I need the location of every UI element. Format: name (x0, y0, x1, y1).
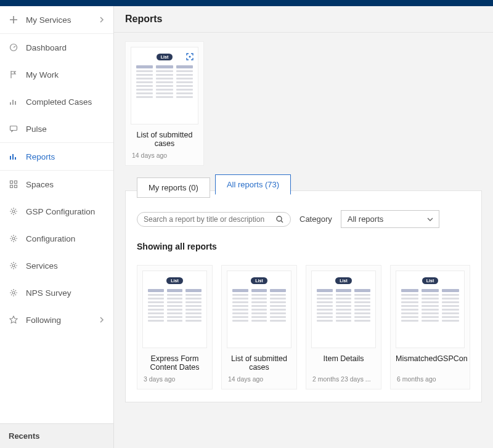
sidebar-item-configuration[interactable]: Configuration (0, 225, 113, 252)
gauge-icon (9, 43, 18, 52)
svg-rect-2 (10, 181, 13, 184)
category-selected-value: All reports (348, 214, 384, 224)
sidebar-item-label: Services (26, 261, 105, 271)
report-type-badge: List (335, 277, 351, 284)
bars-icon (9, 97, 18, 107)
sidebar: My Services Dashboard My Work Completed … (0, 6, 114, 448)
sidebar-item-label: Spaces (26, 180, 105, 189)
reports-panel: My reports (0) All reports (73) Category… (125, 190, 482, 402)
gear-icon (9, 288, 18, 298)
chevron-down-icon (426, 216, 434, 223)
search-input[interactable] (144, 215, 275, 224)
sidebar-item-spaces[interactable]: Spaces (0, 171, 113, 198)
sidebar-item-label: NPS Survey (26, 288, 105, 298)
report-thumbnail: List (311, 271, 376, 348)
chevron-right-icon (99, 317, 105, 323)
gear-icon (9, 234, 18, 243)
page-header: Reports (114, 6, 493, 33)
sidebar-item-label: Following (26, 316, 99, 325)
chat-icon (9, 124, 18, 134)
svg-point-10 (189, 56, 191, 58)
sidebar-item-label: Pulse (26, 124, 105, 134)
focus-icon (185, 52, 194, 61)
sidebar-item-label: My Services (26, 15, 99, 25)
report-type-badge: List (157, 54, 173, 60)
sidebar-item-nps-survey[interactable]: NPS Survey (0, 279, 113, 306)
category-label: Category (299, 214, 332, 224)
report-type-badge: List (422, 277, 438, 284)
recents-header[interactable]: Recents (0, 423, 113, 448)
filters-row: Category All reports (126, 203, 481, 228)
report-title: Item Details (306, 348, 381, 375)
page-title: Reports (125, 14, 482, 25)
report-thumbnail: List (131, 47, 198, 124)
report-grid: List Express Form Content Dates 3 days a… (126, 255, 481, 389)
category-select[interactable]: All reports (341, 210, 439, 228)
svg-rect-4 (10, 185, 13, 188)
report-type-badge: List (166, 277, 182, 284)
grid-icon (9, 179, 18, 189)
sidebar-item-following[interactable]: Following (0, 306, 113, 333)
report-title: MismatchedGSPCon (391, 348, 470, 375)
svg-point-11 (277, 216, 282, 221)
report-card[interactable]: List Express Form Content Dates 3 days a… (137, 265, 213, 389)
search-icon (275, 215, 284, 224)
gear-icon (9, 206, 18, 216)
svg-point-9 (12, 291, 15, 294)
report-title: List of submitted cases (222, 348, 296, 375)
chart-icon (9, 152, 18, 161)
sidebar-item-label: Reports (26, 152, 105, 161)
flag-icon (9, 70, 18, 79)
report-thumbnail: List (396, 271, 465, 348)
report-timestamp: 6 months ago (391, 375, 470, 389)
sidebar-item-gsp-configuration[interactable]: GSP Configuration (0, 198, 113, 225)
sidebar-item-label: Completed Cases (26, 97, 105, 107)
sidebar-item-my-services[interactable]: My Services (0, 6, 113, 33)
svg-point-7 (12, 237, 15, 240)
report-title: List of submitted cases (126, 124, 203, 152)
svg-point-8 (12, 264, 15, 267)
gear-icon (9, 261, 18, 271)
sidebar-item-pulse[interactable]: Pulse (0, 115, 113, 142)
sidebar-item-services[interactable]: Services (0, 252, 113, 279)
sidebar-item-label: Dashboard (26, 43, 105, 52)
svg-rect-1 (10, 126, 17, 131)
sidebar-item-completed-cases[interactable]: Completed Cases (0, 88, 113, 115)
report-timestamp: 14 days ago (222, 375, 296, 389)
report-card[interactable]: List Item Details 2 months 23 days ... (306, 265, 381, 389)
tab-all-reports[interactable]: All reports (73) (215, 174, 291, 195)
report-title: Express Form Content Dates (137, 348, 212, 375)
sidebar-item-label: GSP Configuration (26, 207, 105, 216)
chevron-right-icon (99, 17, 105, 23)
tabs: My reports (0) All reports (73) (126, 182, 481, 203)
sidebar-item-my-work[interactable]: My Work (0, 61, 113, 88)
search-box[interactable] (137, 212, 291, 227)
sidebar-list: My Services Dashboard My Work Completed … (0, 6, 113, 423)
star-icon (9, 315, 18, 325)
sidebar-item-label: Configuration (26, 234, 105, 243)
report-timestamp: 2 months 23 days ... (306, 375, 381, 389)
svg-rect-3 (15, 181, 17, 184)
top-bar (0, 0, 493, 6)
report-card[interactable]: List List of submitted cases 14 days ago (221, 265, 297, 389)
report-thumbnail: List (142, 271, 207, 348)
sidebar-item-dashboard[interactable]: Dashboard (0, 34, 113, 61)
report-type-badge: List (251, 277, 267, 284)
report-thumbnail: List (227, 271, 291, 348)
report-timestamp: 3 days ago (137, 375, 212, 389)
report-timestamp: 14 days ago (126, 152, 203, 165)
svg-rect-5 (15, 185, 17, 188)
plus-icon (9, 15, 18, 25)
sidebar-item-reports[interactable]: Reports (0, 143, 113, 170)
report-card[interactable]: List MismatchedGSPCon 6 months ago (390, 265, 470, 389)
main-area: Reports List List of submitted cases 14 (114, 6, 493, 448)
showing-heading: Showing all reports (126, 228, 481, 255)
svg-point-6 (12, 210, 15, 213)
tab-my-reports[interactable]: My reports (0) (137, 177, 210, 198)
sidebar-item-label: My Work (26, 70, 105, 79)
pinned-report-card[interactable]: List List of submitted cases 14 days ago (125, 41, 204, 166)
